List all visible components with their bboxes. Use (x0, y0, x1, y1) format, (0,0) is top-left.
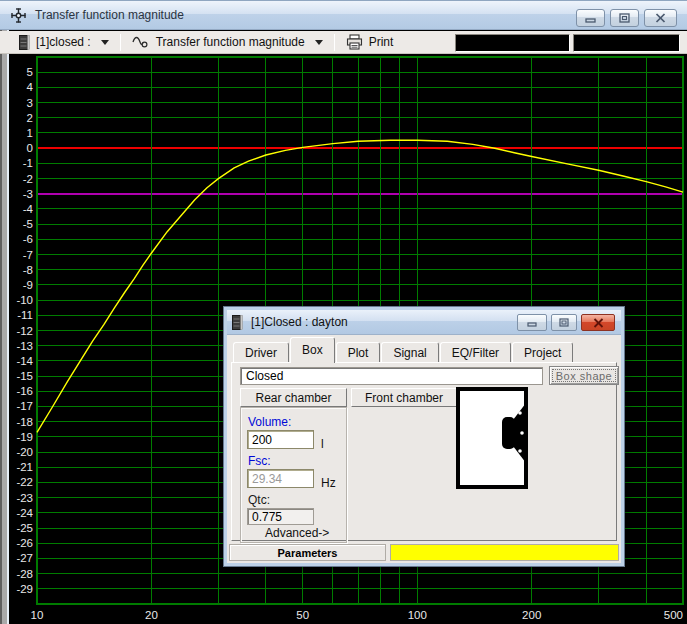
y-axis-tick-label: 3 (27, 97, 33, 109)
x-axis-tick-label: 50 (296, 609, 309, 621)
y-axis-tick-label: -19 (16, 431, 33, 443)
volume-label: Volume: (248, 415, 291, 429)
y-axis-tick-label: -2 (23, 173, 33, 185)
y-axis-tick-label: -26 (16, 537, 33, 549)
x-axis-tick-label: 500 (664, 609, 683, 621)
qtc-input[interactable]: 0.775 (247, 508, 314, 525)
dialog-project-icon (232, 315, 243, 330)
y-axis-tick-label: -18 (16, 416, 33, 428)
y-axis-tick-label: 4 (27, 81, 34, 93)
crosshair-plot-icon (11, 8, 26, 23)
print-button[interactable]: Print (340, 32, 400, 52)
y-axis-tick-label: 2 (27, 112, 33, 124)
volume-unit: l (321, 437, 324, 451)
project-selector-label: [1]closed : (36, 35, 91, 49)
y-axis-tick-label: 0 (27, 142, 33, 154)
y-axis-tick-label: -6 (23, 233, 33, 245)
y-axis-tick-label: -17 (16, 400, 33, 412)
speaker-box-diagram (456, 387, 528, 489)
y-axis-tick-label: -23 (16, 492, 33, 504)
toolbar-separator (334, 34, 335, 51)
toolbar-separator (120, 34, 121, 51)
advanced-toggle[interactable]: Advanced-> (265, 526, 329, 540)
y-axis-tick-label: -1 (23, 157, 33, 169)
tab-eq-filter[interactable]: EQ/Filter (440, 342, 511, 363)
y-axis-tick-label: -10 (16, 294, 33, 306)
main-titlebar: Transfer function magnitude (0, 0, 687, 30)
box-shape-button[interactable]: Box shape (549, 366, 619, 385)
toolbar: [1]closed : Transfer function magnitude … (0, 31, 687, 54)
x-axis-tick-label: 200 (522, 609, 541, 621)
chevron-down-icon (101, 40, 109, 45)
fsc-label: Fsc: (248, 454, 271, 468)
minimize-button[interactable] (576, 9, 605, 27)
print-label: Print (369, 35, 394, 49)
minimize-icon (585, 14, 597, 23)
maximize-icon (619, 13, 630, 23)
graph-selector-label: Transfer function magnitude (156, 35, 305, 49)
progress-bar (390, 544, 619, 561)
dialog-minimize-button[interactable] (517, 314, 547, 331)
y-axis-tick-label: -7 (23, 249, 33, 261)
y-axis-tick-label: -9 (23, 279, 33, 291)
cursor-readout-frequency (455, 34, 570, 52)
x-axis-tick-label: 10 (31, 609, 44, 621)
y-axis-tick-label: -20 (16, 446, 33, 458)
fsc-unit: Hz (321, 476, 336, 490)
close-button[interactable] (644, 9, 677, 27)
y-axis-tick-label: -5 (23, 218, 33, 230)
y-axis-tick-label: -29 (16, 583, 33, 595)
tab-driver[interactable]: Driver (233, 342, 289, 363)
close-icon (655, 13, 666, 23)
rear-chamber-button[interactable]: Rear chamber (240, 388, 347, 407)
y-axis-tick-label: -13 (16, 340, 33, 352)
y-axis-tick-label: -15 (16, 370, 33, 382)
y-axis-tick-label: -22 (16, 476, 33, 488)
project-selector-dropdown[interactable]: [1]closed : (13, 33, 115, 52)
y-axis-tick-label: -12 (16, 325, 33, 337)
y-axis-tick-label: -11 (17, 309, 33, 321)
dialog-tab-strip: Driver Box Plot Signal EQ/Filter Project (233, 339, 574, 363)
x-axis-tick-label: 20 (145, 609, 158, 621)
tab-plot[interactable]: Plot (336, 342, 381, 363)
y-axis-tick-label: 1 (27, 127, 33, 139)
dialog-maximize-button[interactable] (551, 314, 577, 331)
front-chamber-button[interactable]: Front chamber (351, 388, 457, 407)
y-axis-tick-label: -24 (16, 507, 33, 519)
project-icon (19, 35, 30, 50)
printer-icon (346, 34, 363, 50)
box-type-field[interactable]: Closed (240, 367, 543, 385)
tab-signal[interactable]: Signal (381, 342, 438, 363)
y-axis-tick-label: -8 (23, 264, 33, 276)
qtc-label: Qtc: (248, 493, 270, 507)
volume-input[interactable]: 200 (247, 430, 314, 449)
tab-project[interactable]: Project (512, 342, 573, 363)
minimize-icon (527, 319, 538, 327)
fsc-input[interactable]: 29.34 (247, 469, 314, 488)
y-axis-tick-label: 5 (27, 66, 33, 78)
y-axis-tick-label: -21 (16, 461, 33, 473)
box-parameters-dialog: [1]Closed : dayton Driver Box Plot Signa… (224, 307, 624, 566)
chamber-parameters-group: Volume: 200 l Fsc: 29.34 Hz Qtc: 0.775 A… (240, 407, 347, 543)
chevron-down-icon (315, 40, 323, 45)
y-axis-tick-label: -25 (16, 522, 33, 534)
dialog-title: [1]Closed : dayton (251, 315, 348, 329)
tab-box[interactable]: Box (290, 337, 335, 363)
y-axis-tick-label: -4 (23, 203, 34, 215)
maximize-button[interactable] (610, 9, 639, 27)
y-axis-tick-label: -14 (16, 355, 33, 367)
window-left-border (0, 30, 9, 624)
dialog-close-button[interactable] (581, 314, 615, 331)
maximize-icon (559, 318, 569, 327)
box-tab-panel: Closed Box shape Rear chamber Front cham… (231, 362, 617, 541)
window-title: Transfer function magnitude (35, 8, 184, 22)
dialog-titlebar[interactable]: [1]Closed : dayton (227, 310, 621, 335)
dialog-status-bar: Parameters (229, 544, 619, 561)
cursor-readout-value (573, 34, 680, 52)
main-window: 543210-1-2-3-4-5-6-7-8-9-10-11-12-13-14-… (0, 0, 687, 624)
graph-selector-dropdown[interactable]: Transfer function magnitude (126, 33, 329, 51)
x-axis-tick-label: 100 (408, 609, 427, 621)
waveform-icon (132, 35, 150, 49)
dialog-body: Driver Box Plot Signal EQ/Filter Project… (227, 335, 621, 563)
parameters-button[interactable]: Parameters (229, 544, 386, 561)
